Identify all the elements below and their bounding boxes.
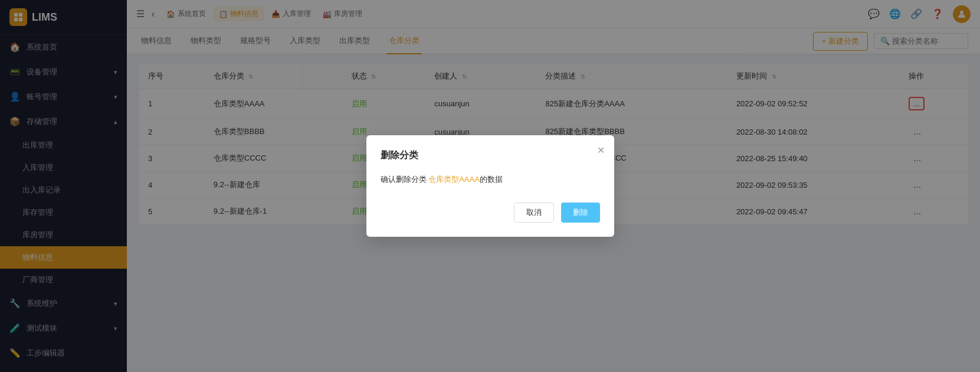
modal-body-suffix: 的数据: [480, 175, 503, 184]
cancel-button[interactable]: 取消: [514, 203, 554, 223]
modal-body: 确认删除分类 仓库类型AAAA的数据: [381, 174, 600, 186]
modal-title: 删除分类: [381, 149, 600, 162]
modal-body-prefix: 确认删除分类: [381, 175, 429, 184]
modal-highlight-text: 仓库类型AAAA: [428, 175, 480, 184]
modal-overlay[interactable]: 删除分类 ✕ 确认删除分类 仓库类型AAAA的数据 取消 删除: [0, 0, 980, 372]
modal-footer: 取消 删除: [381, 203, 600, 223]
delete-modal: 删除分类 ✕ 确认删除分类 仓库类型AAAA的数据 取消 删除: [366, 135, 614, 237]
delete-button[interactable]: 删除: [561, 203, 600, 223]
modal-close-button[interactable]: ✕: [597, 145, 605, 156]
